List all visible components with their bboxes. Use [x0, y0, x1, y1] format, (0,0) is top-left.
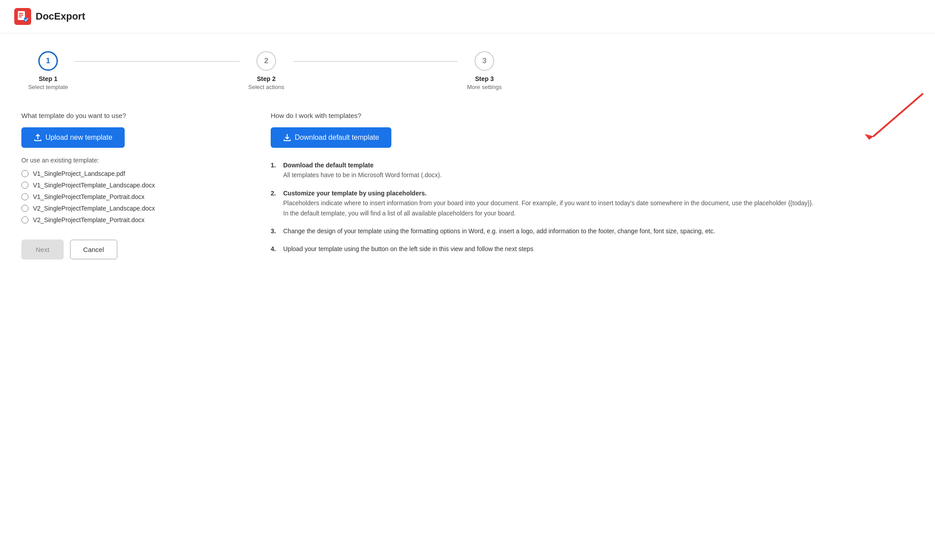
- step-2: 2 Step 2 Select actions: [240, 51, 293, 90]
- template-name-0: V1_SingleProject_Landscape.pdf: [33, 170, 125, 177]
- instruction-1: 1. Download the default template All tem…: [271, 160, 914, 180]
- right-column: How do I work with templates? Download d…: [271, 112, 914, 260]
- svg-rect-4: [19, 16, 22, 17]
- download-icon: [283, 134, 291, 142]
- template-radio-1[interactable]: [21, 182, 28, 189]
- left-column: What template do you want to use? Upload…: [21, 112, 235, 260]
- upload-icon: [34, 134, 42, 142]
- instruction-2: 2. Customize your template by using plac…: [271, 188, 914, 218]
- download-section: Download default template: [271, 127, 914, 148]
- upload-template-button[interactable]: Upload new template: [21, 127, 125, 148]
- step-connector-1: [75, 61, 240, 62]
- step-3-label: Step 3: [475, 75, 494, 82]
- instruction-4: 4. Upload your template using the button…: [271, 244, 914, 254]
- template-radio-2[interactable]: [21, 193, 28, 200]
- template-radio-4[interactable]: [21, 216, 28, 223]
- steps-container: 1 Step 1 Select template 2 Step 2 Select…: [21, 51, 511, 90]
- list-item: V2_SingleProjectTemplate_Landscape.docx: [21, 205, 235, 212]
- content-columns: What template do you want to use? Upload…: [21, 112, 914, 260]
- template-name-4: V2_SingleProjectTemplate_Portrait.docx: [33, 216, 145, 223]
- list-item: V1_SingleProjectTemplate_Landscape.docx: [21, 182, 235, 189]
- instructions-list: 1. Download the default template All tem…: [271, 160, 914, 254]
- instruction-4-main: Upload your template using the button on…: [283, 245, 533, 252]
- step-connector-2: [293, 61, 458, 62]
- step-1: 1 Step 1 Select template: [21, 51, 75, 90]
- instruction-2-sub: Placeholders indicate where to insert in…: [283, 198, 914, 218]
- template-name-3: V2_SingleProjectTemplate_Landscape.docx: [33, 205, 155, 212]
- step-1-label: Step 1: [39, 75, 57, 82]
- list-item: V1_SingleProjectTemplate_Portrait.docx: [21, 193, 235, 200]
- instruction-3-main: Change the design of your template using…: [283, 227, 715, 235]
- step-2-sublabel: Select actions: [248, 84, 285, 90]
- step-3-sublabel: More settings: [467, 84, 502, 90]
- template-list: V1_SingleProject_Landscape.pdf V1_Single…: [21, 170, 235, 223]
- main-content: 1 Step 1 Select template 2 Step 2 Select…: [0, 33, 935, 277]
- step-2-circle: 2: [256, 51, 276, 71]
- download-template-button[interactable]: Download default template: [271, 127, 391, 148]
- how-to-question: How do I work with templates?: [271, 112, 914, 119]
- existing-template-label: Or use an existing template:: [21, 157, 235, 164]
- template-radio-3[interactable]: [21, 205, 28, 212]
- action-buttons: Next Cancel: [21, 239, 235, 260]
- next-button[interactable]: Next: [21, 239, 64, 260]
- template-radio-0[interactable]: [21, 170, 28, 177]
- svg-marker-7: [865, 134, 874, 140]
- step-3-circle: 3: [475, 51, 494, 71]
- app-name: DocExport: [36, 11, 85, 22]
- step-2-label: Step 2: [257, 75, 276, 82]
- instruction-1-sub: All templates have to be in Microsoft Wo…: [283, 170, 914, 180]
- step-1-sublabel: Select template: [28, 84, 68, 90]
- cancel-button[interactable]: Cancel: [70, 239, 118, 260]
- template-question: What template do you want to use?: [21, 112, 235, 119]
- app-logo-icon: [14, 8, 31, 25]
- list-item: V1_SingleProject_Landscape.pdf: [21, 170, 235, 177]
- list-item: V2_SingleProjectTemplate_Portrait.docx: [21, 216, 235, 223]
- instruction-1-main: Download the default template: [283, 162, 374, 169]
- template-name-1: V1_SingleProjectTemplate_Landscape.docx: [33, 182, 155, 189]
- svg-marker-6: [869, 131, 878, 140]
- step-3: 3 Step 3 More settings: [458, 51, 511, 90]
- instruction-3: 3. Change the design of your template us…: [271, 226, 914, 236]
- app-header: DocExport: [0, 0, 935, 33]
- svg-rect-3: [19, 15, 23, 16]
- step-1-circle: 1: [38, 51, 58, 71]
- svg-rect-2: [19, 13, 23, 14]
- template-name-2: V1_SingleProjectTemplate_Portrait.docx: [33, 193, 145, 200]
- instruction-2-main: Customize your template by using placeho…: [283, 190, 427, 197]
